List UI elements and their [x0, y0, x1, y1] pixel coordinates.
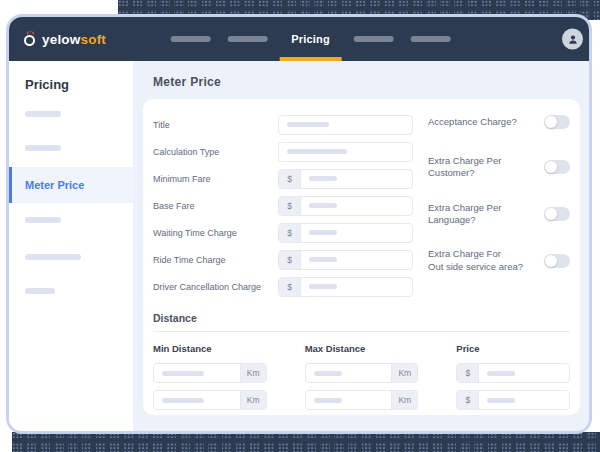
form-field-waiting-time-charge: Waiting Time Charge $ [153, 219, 413, 246]
sidebar-title: Pricing [25, 77, 69, 92]
input-placeholder [309, 230, 337, 235]
distance-row-1: Km Km $ [153, 363, 570, 383]
column-header-min-distance: Min Distance [153, 343, 267, 354]
input-placeholder [487, 398, 515, 403]
calculation-type-input[interactable] [278, 142, 413, 162]
input-placeholder [314, 371, 342, 376]
field-label: Ride Time Charge [153, 255, 278, 265]
input-placeholder [487, 371, 515, 376]
input-placeholder [162, 371, 204, 376]
waiting-time-charge-input[interactable]: $ [278, 223, 413, 243]
input-placeholder [287, 149, 347, 154]
toggle-row-extra-charge-per-language: Extra Charge PerLanguage? [428, 202, 570, 227]
form-field-driver-cancellation-charge: Driver Cancellation Charge $ [153, 273, 413, 300]
sidebar-item-skeleton-3[interactable] [25, 217, 61, 223]
form-top-section: Title Calculation Type Minimum Fare $ [153, 111, 570, 300]
column-header-price: Price [456, 343, 570, 354]
field-label: Base Fare [153, 201, 278, 211]
field-label: Calculation Type [153, 147, 278, 157]
nav-item-skeleton-4[interactable] [411, 36, 451, 42]
input-placeholder [309, 176, 337, 181]
nav-item-skeleton-1[interactable] [170, 36, 210, 42]
bottom-dot-pattern-band [12, 432, 600, 452]
form-field-base-fare: Base Fare $ [153, 192, 413, 219]
max-distance-input-1[interactable]: Km [305, 363, 419, 383]
toggle-label: Extra Charge ForOut side service area? [428, 248, 523, 273]
form-field-ride-time-charge: Ride Time Charge $ [153, 246, 413, 273]
column-header-max-distance: Max Distance [305, 343, 419, 354]
form-field-minimum-fare: Minimum Fare $ [153, 165, 413, 192]
nav-tab-pricing[interactable]: Pricing [284, 17, 337, 61]
app-header: yelowsoft Pricing [9, 17, 589, 61]
section-divider [153, 331, 570, 332]
title-input[interactable] [278, 115, 413, 135]
toggle-label: Acceptance Charge? [428, 116, 517, 128]
currency-prefix: $ [279, 224, 301, 242]
input-placeholder [162, 398, 204, 403]
sidebar-item-skeleton-5[interactable] [25, 288, 55, 294]
sidebar-item-skeleton-4[interactable] [25, 254, 81, 260]
minimum-fare-input[interactable]: $ [278, 169, 413, 189]
input-placeholder [314, 398, 342, 403]
currency-prefix: $ [279, 170, 301, 188]
page: yelowsoft Pricing Pricing [0, 0, 600, 452]
km-unit-suffix: Km [391, 391, 417, 409]
currency-prefix: $ [279, 278, 301, 296]
field-label: Waiting Time Charge [153, 228, 278, 238]
km-unit-suffix: Km [391, 364, 417, 382]
acceptance-charge-toggle[interactable] [544, 115, 570, 129]
brand-logo-text: yelowsoft [42, 32, 106, 47]
toggle-row-extra-charge-outside-service-area: Extra Charge ForOut side service area? [428, 248, 570, 273]
extra-charge-outside-service-area-toggle[interactable] [544, 254, 570, 268]
input-placeholder [287, 122, 329, 127]
price-input-1[interactable]: $ [456, 363, 570, 383]
toggle-row-acceptance-charge: Acceptance Charge? [428, 115, 570, 129]
currency-prefix: $ [279, 197, 301, 215]
nav-item-skeleton-2[interactable] [227, 36, 267, 42]
distance-section-title: Distance [153, 312, 570, 324]
input-placeholder [309, 257, 337, 262]
base-fare-input[interactable]: $ [278, 196, 413, 216]
toggle-label: Extra Charge PerLanguage? [428, 202, 501, 227]
form-field-calculation-type: Calculation Type [153, 138, 413, 165]
distance-column-headers: Min Distance Max Distance Price [153, 343, 570, 363]
field-label: Title [153, 120, 278, 130]
brand-name-secondary: soft [81, 32, 107, 47]
main-content: Meter Price Title Calculation Type [133, 61, 589, 431]
brand-name-primary: yelow [42, 32, 81, 47]
logo-ring-icon [24, 35, 35, 46]
form-toggles-column: Acceptance Charge? Extra Charge PerCusto… [428, 111, 570, 300]
nav-item-skeleton-3[interactable] [354, 36, 394, 42]
currency-prefix: $ [457, 364, 479, 382]
toggle-row-extra-charge-per-customer: Extra Charge PerCustomer? [428, 155, 570, 180]
ride-time-charge-input[interactable]: $ [278, 250, 413, 270]
min-distance-input-1[interactable]: Km [153, 363, 267, 383]
max-distance-input-2[interactable]: Km [305, 390, 419, 410]
field-label: Driver Cancellation Charge [153, 282, 278, 292]
field-label: Minimum Fare [153, 174, 278, 184]
sidebar-item-meter-price[interactable]: Meter Price [9, 167, 133, 203]
driver-cancellation-charge-input[interactable]: $ [278, 277, 413, 297]
currency-prefix: $ [279, 251, 301, 269]
extra-charge-per-language-toggle[interactable] [544, 207, 570, 221]
app-window: yelowsoft Pricing Pricing [6, 14, 592, 434]
meter-price-form-card: Title Calculation Type Minimum Fare $ [143, 99, 580, 415]
distance-row-2: Km Km $ [153, 390, 570, 410]
page-title: Meter Price [153, 75, 221, 89]
sidebar-item-skeleton-2[interactable] [25, 145, 61, 151]
form-field-title: Title [153, 111, 413, 138]
brand-logo[interactable]: yelowsoft [23, 17, 106, 61]
km-unit-suffix: Km [240, 364, 266, 382]
price-input-2[interactable]: $ [456, 390, 570, 410]
form-fields-column: Title Calculation Type Minimum Fare $ [153, 111, 413, 300]
input-placeholder [309, 284, 337, 289]
person-icon [567, 33, 579, 45]
toggle-label: Extra Charge PerCustomer? [428, 155, 501, 180]
sidebar-item-skeleton-1[interactable] [25, 111, 61, 117]
user-avatar[interactable] [562, 29, 583, 50]
brand-logo-icon [23, 31, 37, 47]
min-distance-input-2[interactable]: Km [153, 390, 267, 410]
km-unit-suffix: Km [240, 391, 266, 409]
input-placeholder [309, 203, 337, 208]
extra-charge-per-customer-toggle[interactable] [544, 160, 570, 174]
